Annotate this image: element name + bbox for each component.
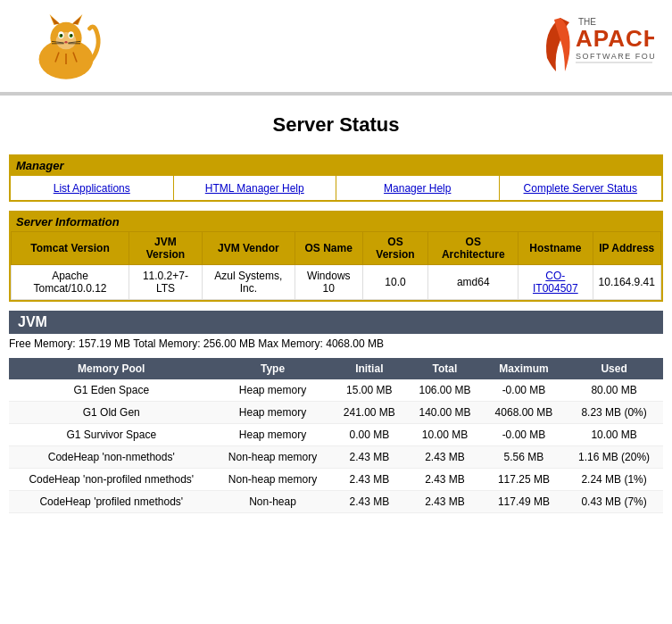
hostname-value[interactable]: CO-IT004507: [519, 265, 593, 300]
memory-table-row: CodeHeap 'non-profiled nmethods'Non-heap…: [9, 469, 663, 491]
memory-cell: -0.00 MB: [483, 424, 565, 446]
memory-cell: Non-heap: [214, 491, 332, 513]
svg-point-10: [70, 34, 73, 37]
memory-cell: 8.23 MB (0%): [565, 402, 663, 424]
memory-cell: 15.00 MB: [331, 379, 407, 402]
manager-links-row: List Applications HTML Manager Help Mana…: [11, 175, 661, 200]
memory-cell: 140.00 MB: [407, 402, 483, 424]
svg-point-9: [59, 34, 62, 37]
col-jvm-vendor: JVM Vendor: [202, 232, 295, 265]
list-applications-link[interactable]: List Applications: [54, 182, 130, 195]
memory-cell: 2.43 MB: [331, 491, 407, 513]
apache-logo: THE APACHE SOFTWARE FOUNDATION: [476, 9, 654, 83]
col-memory-pool: Memory Pool: [9, 358, 214, 379]
memory-cell: 2.24 MB (1%): [565, 469, 663, 491]
memory-cell: 117.25 MB: [483, 469, 565, 491]
svg-text:APACHE: APACHE: [576, 25, 654, 52]
memory-cell: 2.43 MB: [407, 469, 483, 491]
manager-section: Manager List Applications HTML Manager H…: [9, 154, 663, 202]
server-info-header-row: Tomcat Version JVM Version JVM Vendor OS…: [12, 232, 661, 265]
server-info-section-header: Server Information: [11, 212, 661, 231]
memory-cell: 80.00 MB: [565, 379, 663, 402]
apache-logo-icon: THE APACHE SOFTWARE FOUNDATION: [476, 9, 654, 80]
server-info-section: Server Information Tomcat Version JVM Ve…: [9, 211, 663, 302]
col-ip-address: IP Address: [593, 232, 660, 265]
memory-cell: 10.00 MB: [565, 424, 663, 446]
memory-cell: Heap memory: [214, 379, 332, 402]
memory-cell: 2.43 MB: [407, 491, 483, 513]
manager-link-cell-list-applications[interactable]: List Applications: [11, 176, 174, 200]
page-title: Server Status: [13, 113, 659, 137]
memory-cell: 117.49 MB: [483, 491, 565, 513]
memory-cell: 1.16 MB (20%): [565, 446, 663, 469]
memory-table-header-row: Memory Pool Type Initial Total Maximum U…: [9, 358, 663, 379]
memory-table-row: G1 Old GenHeap memory241.00 MB140.00 MB4…: [9, 402, 663, 424]
manager-help-link[interactable]: Manager Help: [384, 182, 451, 195]
jvm-section-header: JVM: [9, 311, 663, 334]
memory-cell: 2.43 MB: [331, 469, 407, 491]
svg-point-12: [71, 34, 73, 36]
col-os-version: OS Version: [362, 232, 428, 265]
memory-cell: G1 Old Gen: [9, 402, 214, 424]
col-hostname: Hostname: [519, 232, 593, 265]
svg-point-11: [61, 34, 62, 36]
server-info-table: Tomcat Version JVM Version JVM Vendor OS…: [11, 231, 661, 300]
memory-table-row: G1 Eden SpaceHeap memory15.00 MB106.00 M…: [9, 379, 663, 402]
col-type: Type: [214, 358, 332, 379]
memory-cell: 5.56 MB: [483, 446, 565, 469]
memory-table-row: CodeHeap 'non-nmethods'Non-heap memory2.…: [9, 446, 663, 469]
memory-cell: Heap memory: [214, 402, 332, 424]
col-jvm-version: JVM Version: [129, 232, 203, 265]
memory-cell: 0.00 MB: [331, 424, 407, 446]
free-memory-text: Free Memory: 157.19 MB Total Memory: 256…: [0, 334, 672, 354]
manager-section-header: Manager: [11, 156, 661, 175]
tomcat-logo: [18, 11, 107, 82]
memory-cell: Non-heap memory: [214, 469, 332, 491]
html-manager-help-link[interactable]: HTML Manager Help: [205, 182, 304, 195]
memory-table-row: CodeHeap 'profiled nmethods'Non-heap2.43…: [9, 491, 663, 513]
col-maximum: Maximum: [483, 358, 565, 379]
col-os-name: OS Name: [295, 232, 362, 265]
os-arch-value: amd64: [428, 265, 519, 300]
memory-cell: 10.00 MB: [407, 424, 483, 446]
memory-cell: Non-heap memory: [214, 446, 332, 469]
memory-table-row: G1 Survivor SpaceHeap memory0.00 MB10.00…: [9, 424, 663, 446]
memory-cell: G1 Eden Space: [9, 379, 214, 402]
memory-table-body: G1 Eden SpaceHeap memory15.00 MB106.00 M…: [9, 379, 663, 513]
manager-link-cell-html-manager[interactable]: HTML Manager Help: [174, 176, 337, 200]
memory-cell: -0.00 MB: [483, 379, 565, 402]
os-version-value: 10.0: [362, 265, 428, 300]
tomcat-cat-icon: [18, 11, 107, 82]
memory-cell: Heap memory: [214, 424, 332, 446]
col-tomcat-version: Tomcat Version: [12, 232, 129, 265]
memory-cell: CodeHeap 'non-profiled nmethods': [9, 469, 214, 491]
page-title-section: Server Status: [0, 100, 672, 150]
col-total: Total: [407, 358, 483, 379]
memory-cell: 241.00 MB: [331, 402, 407, 424]
memory-cell: 0.43 MB (7%): [565, 491, 663, 513]
jvm-vendor-value: Azul Systems, Inc.: [202, 265, 295, 300]
memory-cell: 2.43 MB: [331, 446, 407, 469]
os-name-value: Windows 10: [295, 265, 362, 300]
jvm-version-value: 11.0.2+7-LTS: [129, 265, 203, 300]
svg-point-13: [64, 41, 67, 43]
memory-cell: CodeHeap 'profiled nmethods': [9, 491, 214, 513]
memory-cell: 2.43 MB: [407, 446, 483, 469]
hostname-link[interactable]: CO-IT004507: [533, 270, 578, 295]
complete-server-status-link[interactable]: Complete Server Status: [524, 182, 637, 195]
tomcat-version-value: Apache Tomcat/10.0.12: [12, 265, 129, 300]
manager-link-cell-manager-help[interactable]: Manager Help: [336, 176, 500, 200]
header: THE APACHE SOFTWARE FOUNDATION: [0, 0, 672, 94]
memory-cell: G1 Survivor Space: [9, 424, 214, 446]
svg-text:SOFTWARE FOUNDATION: SOFTWARE FOUNDATION: [576, 52, 654, 61]
memory-pool-table: Memory Pool Type Initial Total Maximum U…: [9, 358, 663, 513]
col-initial: Initial: [331, 358, 407, 379]
col-used: Used: [565, 358, 663, 379]
server-info-data-row: Apache Tomcat/10.0.12 11.0.2+7-LTS Azul …: [12, 265, 661, 300]
memory-cell: CodeHeap 'non-nmethods': [9, 446, 214, 469]
memory-cell: 4068.00 MB: [483, 402, 565, 424]
memory-cell: 106.00 MB: [407, 379, 483, 402]
ip-address-value: 10.164.9.41: [593, 265, 660, 300]
col-os-arch: OS Architecture: [428, 232, 519, 265]
manager-link-cell-complete-status[interactable]: Complete Server Status: [500, 176, 662, 200]
